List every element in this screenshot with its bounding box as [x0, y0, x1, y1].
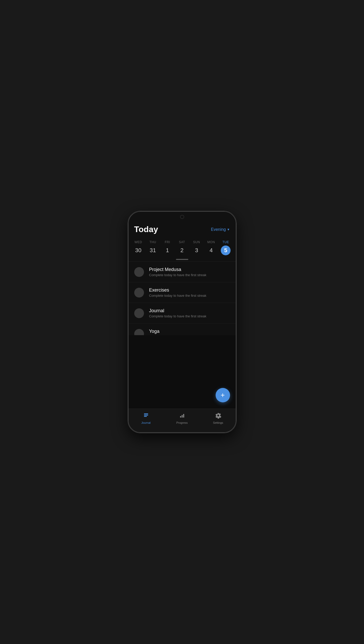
chevron-down-icon: ▼	[227, 228, 230, 231]
habit-checkbox[interactable]	[134, 267, 144, 277]
habit-item[interactable]: Exercises Complete today to have the fir…	[128, 282, 236, 303]
empty-content-area: +	[128, 335, 236, 409]
habit-item[interactable]: Journal Complete today to have the first…	[128, 303, 236, 324]
svg-rect-4	[182, 415, 183, 418]
svg-rect-2	[144, 416, 147, 417]
day-col-mon[interactable]: MON 4	[204, 239, 218, 256]
nav-indicator	[176, 426, 188, 427]
journal-icon	[143, 412, 149, 420]
period-label: Evening	[211, 227, 226, 232]
habit-subtitle: Complete today to have the first streak	[149, 273, 230, 277]
day-number: 30	[133, 245, 143, 255]
habit-checkbox[interactable]	[134, 308, 144, 318]
habit-item[interactable]: Project Medusa Complete today to have th…	[128, 262, 236, 282]
days-row: WED 30 THU 31 FRI 1 SAT 2 SUN 3 MON 4 TU…	[128, 239, 236, 256]
svg-rect-0	[144, 413, 148, 414]
day-name: SUN	[193, 240, 200, 244]
habit-info: Journal Complete today to have the first…	[149, 308, 230, 318]
day-name: SAT	[179, 240, 185, 244]
phone-frame: Today Evening ▼ WED 30 THU 31 FRI 1 SAT …	[128, 211, 236, 433]
day-number: 2	[177, 245, 187, 255]
page-title: Today	[134, 225, 158, 234]
nav-indicator	[140, 426, 152, 427]
day-name: FRI	[165, 240, 170, 244]
day-col-fri[interactable]: FRI 1	[160, 239, 174, 256]
habit-checkbox[interactable]	[134, 329, 144, 335]
bottom-navigation: Journal Progress Settings	[128, 409, 236, 433]
nav-label: Settings	[213, 421, 223, 424]
habit-name: Project Medusa	[149, 267, 230, 272]
day-number: 4	[206, 245, 216, 255]
habit-info: Yoga Complete today to have the first st…	[149, 329, 230, 335]
add-habit-button[interactable]: +	[216, 388, 230, 402]
day-col-thu[interactable]: THU 31	[146, 239, 160, 256]
nav-item-settings[interactable]: Settings	[207, 411, 230, 428]
habit-subtitle: Complete today to have the first streak	[149, 314, 230, 318]
nav-label: Progress	[176, 421, 188, 424]
habit-checkbox[interactable]	[134, 288, 144, 298]
habit-name: Journal	[149, 308, 230, 313]
nav-item-progress[interactable]: Progress	[171, 411, 193, 428]
day-number: 3	[192, 245, 201, 255]
nav-item-journal[interactable]: Journal	[135, 411, 157, 428]
day-name: WED	[134, 240, 142, 244]
day-name: MON	[207, 240, 215, 244]
habit-name: Exercises	[149, 287, 230, 293]
day-number: 31	[148, 245, 158, 255]
period-selector[interactable]: Evening ▼	[211, 227, 230, 232]
habit-info: Project Medusa Complete today to have th…	[149, 267, 230, 277]
calendar-strip: WED 30 THU 31 FRI 1 SAT 2 SUN 3 MON 4 TU…	[128, 237, 236, 261]
svg-rect-5	[183, 414, 184, 418]
nav-indicator	[212, 426, 224, 427]
day-col-sat[interactable]: SAT 2	[175, 239, 189, 256]
calendar-indicator	[128, 256, 236, 261]
plus-icon: +	[221, 392, 225, 399]
day-col-sun[interactable]: SUN 3	[190, 239, 204, 256]
day-col-tue[interactable]: TUE 5	[219, 239, 233, 256]
habit-info: Exercises Complete today to have the fir…	[149, 287, 230, 298]
indicator-bar	[176, 259, 188, 260]
day-col-wed[interactable]: WED 30	[131, 239, 145, 256]
day-number: 1	[163, 245, 172, 255]
day-number: 5	[221, 245, 231, 255]
day-name: THU	[149, 240, 156, 244]
habit-subtitle: Complete today to have the first streak	[149, 294, 230, 298]
svg-rect-3	[180, 416, 181, 418]
habit-name: Yoga	[149, 329, 230, 334]
camera	[180, 215, 184, 219]
svg-rect-1	[144, 415, 148, 416]
progress-icon	[179, 412, 185, 420]
screen: Today Evening ▼ WED 30 THU 31 FRI 1 SAT …	[128, 211, 236, 433]
day-name: TUE	[222, 240, 229, 244]
settings-icon	[215, 412, 221, 420]
habit-item[interactable]: Yoga Complete today to have the first st…	[128, 324, 236, 335]
habit-list: Project Medusa Complete today to have th…	[128, 262, 236, 335]
nav-label: Journal	[141, 421, 150, 424]
